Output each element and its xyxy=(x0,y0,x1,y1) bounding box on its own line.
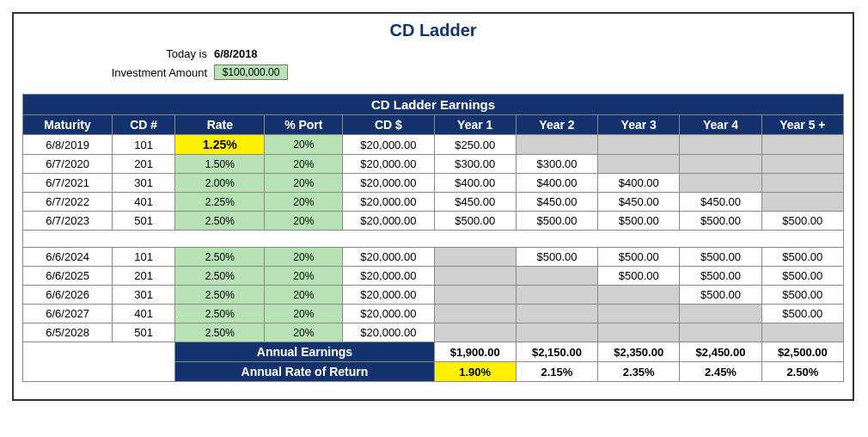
cd-ladder-table: CD Ladder Earnings MaturityCD #Rate% Por… xyxy=(22,94,844,382)
year1-cell: $500.00 xyxy=(434,212,516,231)
year3-cell: $500.00 xyxy=(598,267,680,286)
annual-earnings-y1: $1,900.00 xyxy=(434,342,516,362)
cd-number-cell: 501 xyxy=(113,323,175,342)
year4-cell: $500.00 xyxy=(680,212,761,231)
annual-ror-y1: 1.90% xyxy=(434,362,516,382)
rate-cell: 2.50% xyxy=(175,212,265,231)
amount-cell: $20,000.00 xyxy=(343,286,434,305)
column-header: Year 5 + xyxy=(761,115,843,135)
column-header: Year 1 xyxy=(434,115,516,135)
annual-ror-label: Annual Rate of Return xyxy=(175,362,434,382)
annual-earnings-label: Annual Earnings xyxy=(175,342,434,362)
column-header: Rate xyxy=(175,115,265,135)
rate-cell: 2.50% xyxy=(175,267,265,286)
column-header: Year 4 xyxy=(680,115,761,135)
annual-ror-y3: 2.35% xyxy=(598,362,680,382)
cd-number-cell: 201 xyxy=(113,267,175,286)
port-cell: 20% xyxy=(265,286,343,305)
year1-cell: $300.00 xyxy=(434,155,516,174)
year2-cell: $500.00 xyxy=(516,212,597,231)
top-info: Today is 6/8/2018 Investment Amount xyxy=(83,44,844,82)
year4-cell xyxy=(680,305,761,323)
year1-cell: $450.00 xyxy=(434,193,516,212)
year1-cell xyxy=(434,248,516,267)
port-cell: 20% xyxy=(265,193,343,212)
year3-cell xyxy=(598,286,680,305)
column-header: CD # xyxy=(113,115,175,135)
year1-cell xyxy=(434,267,516,286)
maturity-cell: 6/8/2019 xyxy=(23,135,113,155)
amount-cell: $20,000.00 xyxy=(343,174,434,193)
year3-cell xyxy=(598,323,680,342)
year5-cell: $500.00 xyxy=(761,212,843,231)
maturity-cell: 6/6/2024 xyxy=(23,248,113,267)
today-value: 6/8/2018 xyxy=(214,47,258,60)
year2-cell xyxy=(516,267,597,286)
column-header: CD $ xyxy=(343,115,434,135)
rate-cell: 2.50% xyxy=(175,248,265,267)
year3-cell xyxy=(598,155,680,174)
year3-cell: $450.00 xyxy=(598,193,680,212)
maturity-cell: 6/6/2025 xyxy=(23,267,113,286)
rate-cell: 2.50% xyxy=(175,286,265,305)
annual-earnings-y3: $2,350.00 xyxy=(598,342,680,362)
table-row: 6/6/20274012.50%20%$20,000.00$500.00 xyxy=(23,305,844,323)
cd-number-cell: 201 xyxy=(113,155,175,174)
year2-cell: $400.00 xyxy=(516,174,597,193)
year5-cell xyxy=(761,193,843,212)
year5-cell: $500.00 xyxy=(761,305,843,323)
amount-cell: $20,000.00 xyxy=(343,267,434,286)
port-cell: 20% xyxy=(265,212,343,231)
cd-number-cell: 401 xyxy=(113,193,175,212)
year1-cell xyxy=(434,305,516,323)
port-cell: 20% xyxy=(265,174,343,193)
port-cell: 20% xyxy=(265,155,343,174)
cd-number-cell: 501 xyxy=(113,212,175,231)
table-row: 6/7/20235012.50%20%$20,000.00$500.00$500… xyxy=(23,212,844,231)
annual-ror-y2: 2.15% xyxy=(516,362,597,382)
year2-cell xyxy=(516,286,597,305)
year5-cell: $500.00 xyxy=(761,248,843,267)
section-title: CD Ladder Earnings xyxy=(23,95,844,115)
column-header: Year 3 xyxy=(598,115,680,135)
year4-cell xyxy=(680,135,761,155)
annual-earnings-y5: $2,500.00 xyxy=(761,342,843,362)
year3-cell xyxy=(598,305,680,323)
maturity-cell: 6/7/2023 xyxy=(23,212,113,231)
port-cell: 20% xyxy=(265,323,343,342)
rate-cell: 2.50% xyxy=(175,323,265,342)
cd-number-cell: 101 xyxy=(113,248,175,267)
year1-cell: $250.00 xyxy=(434,135,516,155)
year4-cell: $500.00 xyxy=(680,248,761,267)
year2-cell: $500.00 xyxy=(516,248,597,267)
table-row: 6/7/20224012.25%20%$20,000.00$450.00$450… xyxy=(23,193,844,212)
table-row: 6/5/20285012.50%20%$20,000.00 xyxy=(23,323,844,342)
maturity-cell: 6/7/2022 xyxy=(23,193,113,212)
rate-cell: 1.50% xyxy=(175,155,265,174)
port-cell: 20% xyxy=(265,135,343,155)
investment-label: Investment Amount xyxy=(83,66,214,79)
table-row: 6/6/20241012.50%20%$20,000.00$500.00$500… xyxy=(23,248,844,267)
year5-cell: $500.00 xyxy=(761,286,843,305)
rate-cell: 2.25% xyxy=(175,193,265,212)
investment-input[interactable] xyxy=(214,65,288,80)
table-row: 6/6/20263012.50%20%$20,000.00$500.00$500… xyxy=(23,286,844,305)
year1-cell: $400.00 xyxy=(434,174,516,193)
year4-cell: $500.00 xyxy=(680,286,761,305)
year3-cell: $400.00 xyxy=(598,174,680,193)
column-header: Year 2 xyxy=(516,115,597,135)
port-cell: 20% xyxy=(265,305,343,323)
rate-cell: 1.25% xyxy=(175,135,265,155)
year4-cell xyxy=(680,155,761,174)
year4-cell xyxy=(680,323,761,342)
year3-cell: $500.00 xyxy=(598,248,680,267)
amount-cell: $20,000.00 xyxy=(343,212,434,231)
today-label: Today is xyxy=(83,47,214,60)
year2-cell xyxy=(516,323,597,342)
column-header: Maturity xyxy=(23,115,113,135)
year2-cell xyxy=(516,135,597,155)
year4-cell xyxy=(680,174,761,193)
cd-number-cell: 401 xyxy=(113,305,175,323)
year5-cell: $500.00 xyxy=(761,267,843,286)
maturity-cell: 6/7/2021 xyxy=(23,174,113,193)
